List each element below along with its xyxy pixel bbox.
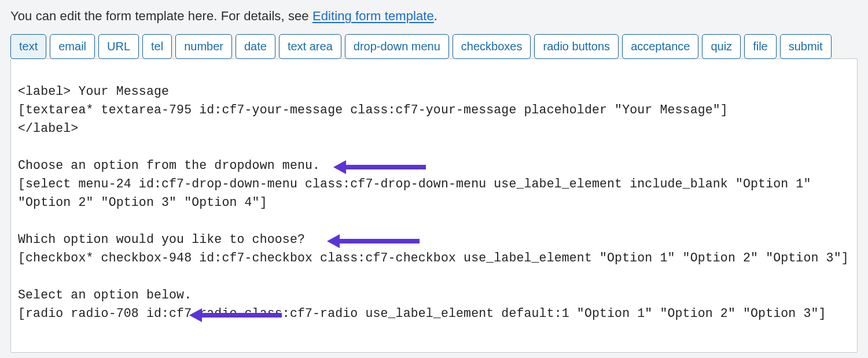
form-template-textarea[interactable] <box>11 59 857 352</box>
tag-button-number[interactable]: number <box>175 34 232 59</box>
tag-button-text-area[interactable]: text area <box>279 34 341 59</box>
tag-button-drop-down-menu[interactable]: drop-down menu <box>345 34 449 59</box>
tag-button-file[interactable]: file <box>744 34 777 59</box>
form-editor-panel <box>10 58 858 353</box>
tag-button-date[interactable]: date <box>236 34 275 59</box>
tag-button-submit[interactable]: submit <box>780 34 832 59</box>
tag-button-checkboxes[interactable]: checkboxes <box>453 34 531 59</box>
tag-button-text[interactable]: text <box>10 34 46 59</box>
intro-suffix: . <box>434 9 437 23</box>
tag-button-tel[interactable]: tel <box>142 34 172 59</box>
intro-text: You can edit the form template here. For… <box>10 8 858 25</box>
intro-link[interactable]: Editing form template <box>312 9 434 23</box>
tag-button-email[interactable]: email <box>50 34 95 59</box>
tag-button-acceptance[interactable]: acceptance <box>622 34 698 59</box>
tag-button-URL[interactable]: URL <box>98 34 139 59</box>
tag-button-radio-buttons[interactable]: radio buttons <box>534 34 619 59</box>
intro-prefix: You can edit the form template here. For… <box>10 9 312 23</box>
tag-generator-row: textemailURLtelnumberdatetext areadrop-d… <box>10 34 858 59</box>
tag-button-quiz[interactable]: quiz <box>702 34 741 59</box>
